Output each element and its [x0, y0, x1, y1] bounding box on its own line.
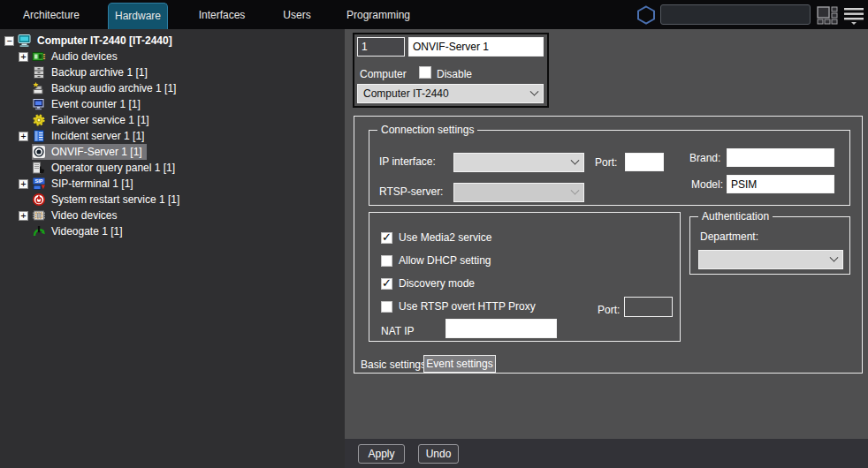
tree-item-system-restart-service[interactable]: System restart service 1 [1] [0, 192, 345, 208]
sip-terminal-icon: SIP [32, 177, 46, 191]
expand-toggle-icon[interactable]: + [19, 179, 28, 189]
proxy-port-input[interactable] [624, 297, 673, 317]
event-counter-icon [32, 97, 46, 111]
ip-interface-label: IP interface: [379, 155, 436, 168]
action-bar: Apply Undo [345, 439, 868, 468]
top-navigation-bar: Architecture Hardware Interfaces Users P… [0, 0, 868, 29]
monitor-grid-icon[interactable] [817, 6, 841, 27]
svg-text:SIP: SIP [34, 178, 42, 184]
expand-toggle-icon[interactable]: + [19, 132, 28, 141]
tree-item-label: Failover service 1 [1] [49, 114, 151, 126]
tree-item-audio-devices[interactable]: + Audio devices [0, 49, 345, 64]
connection-settings-group: Connection settings IP interface: Port: … [369, 130, 850, 206]
tree-item-label: Computer IT-2440 [IT-2440] [35, 34, 174, 47]
tab-hardware[interactable]: Hardware [108, 3, 168, 29]
videogate-icon [32, 224, 46, 238]
tree-item-backup-audio-archive[interactable]: Backup audio archive 1 [1] [0, 80, 345, 96]
tree-item-label: Audio devices [49, 50, 119, 63]
allow-dhcp-label: Allow DHCP setting [399, 254, 491, 267]
failover-service-icon [32, 113, 46, 127]
rtsp-server-label: RTSP-server: [379, 185, 443, 198]
onvif-icon [32, 145, 46, 159]
computer-select-value: Computer IT-2440 [363, 87, 449, 100]
undo-button[interactable]: Undo [418, 444, 459, 464]
backup-archive-icon [32, 65, 46, 79]
ip-interface-select[interactable] [453, 153, 584, 172]
model-input[interactable] [727, 175, 834, 193]
system-restart-icon [32, 192, 46, 207]
computer-label: Computer [360, 68, 407, 80]
authentication-title: Authentication [698, 210, 773, 223]
object-identity-panel: Computer Disable Computer IT-2440 [353, 33, 549, 108]
rtsp-proxy-checkbox[interactable] [381, 301, 392, 313]
brand-label: Brand: [689, 152, 720, 164]
rtsp-proxy-label: Use RTSP overt HTTP Proxy [399, 300, 536, 313]
disable-label: Disable [437, 68, 472, 80]
tree-item-backup-archive[interactable]: Backup archive 1 [1] [0, 64, 345, 80]
incident-server-icon [32, 129, 46, 143]
tree-item-label: Backup audio archive 1 [1] [49, 82, 178, 94]
apply-button[interactable]: Apply [358, 444, 405, 464]
chevron-down-icon [571, 155, 580, 164]
search-input[interactable] [660, 4, 811, 25]
settings-pane: Computer Disable Computer IT-2440 Connec… [345, 29, 868, 439]
chevron-down-icon [830, 253, 839, 261]
authentication-group: Authentication Department: [689, 216, 850, 275]
tree-item-videogate[interactable]: Videogate 1 [1] [0, 223, 345, 239]
department-select[interactable] [698, 250, 843, 269]
backup-audio-archive-icon [32, 81, 46, 95]
allow-dhcp-checkbox[interactable] [381, 255, 392, 267]
tree-item-label: Videogate 1 [1] [49, 225, 125, 238]
tree-item-operator-query-panel[interactable]: Operator query panel 1 [1] [0, 160, 345, 176]
tab-event-settings[interactable]: Event settings [423, 355, 496, 373]
tree-item-incident-server[interactable]: + Incident server 1 [1] [0, 128, 345, 144]
tree-item-event-counter[interactable]: Event counter 1 [1] [0, 96, 345, 112]
settings-tab-panel: Connection settings IP interface: Port: … [354, 116, 863, 374]
operator-query-icon [32, 161, 46, 175]
nat-ip-label: NAT IP [381, 325, 415, 337]
tree-item-computer[interactable]: − Computer IT-2440 [IT-2440] [0, 33, 345, 49]
rtsp-server-select[interactable] [453, 183, 584, 202]
chevron-down-icon [530, 87, 539, 95]
discovery-mode-label: Discovery mode [399, 277, 475, 290]
tree-item-label: Backup archive 1 [1] [49, 66, 149, 79]
video-devices-icon [32, 208, 46, 223]
tree-item-label: Event counter 1 [1] [49, 98, 142, 110]
use-media2-checkbox[interactable] [381, 232, 392, 244]
computer-icon [18, 34, 32, 48]
expand-toggle-icon[interactable]: + [19, 211, 28, 221]
port-input[interactable] [625, 153, 664, 171]
collapse-toggle-icon[interactable]: − [4, 36, 14, 46]
use-media2-label: Use Media2 service [399, 231, 491, 244]
tree-item-label: Video devices [49, 209, 119, 222]
connection-settings-title: Connection settings [377, 124, 477, 136]
tree-item-sip-terminal[interactable]: + SIP SIP-terminal 1 [1] [0, 176, 345, 192]
tab-users[interactable]: Users [270, 3, 324, 29]
tree-item-label: Operator query panel 1 [1] [49, 162, 177, 174]
tree-item-label: ONVIF-Server 1 [1] [49, 146, 144, 158]
hexagon-icon [636, 5, 656, 27]
brand-input[interactable] [727, 148, 834, 167]
device-tree: − Computer IT-2440 [IT-2440] + Audio dev… [0, 29, 345, 468]
tab-interfaces[interactable]: Interfaces [189, 3, 255, 29]
hamburger-menu-icon[interactable] [843, 7, 864, 27]
discovery-mode-checkbox[interactable] [381, 278, 392, 290]
expand-toggle-icon[interactable]: + [19, 52, 28, 62]
application-window: Architecture Hardware Interfaces Users P… [0, 0, 868, 468]
tree-item-failover-service[interactable]: Failover service 1 [1] [0, 112, 345, 128]
object-name-field[interactable] [408, 37, 544, 57]
disable-checkbox[interactable] [419, 66, 431, 79]
proxy-port-label: Port: [598, 304, 620, 316]
chevron-down-icon [571, 185, 580, 194]
tab-basic-settings[interactable]: Basic settings [361, 359, 426, 371]
tab-programming[interactable]: Programming [341, 3, 415, 29]
computer-select[interactable]: Computer IT-2440 [357, 84, 544, 103]
nat-ip-input[interactable] [445, 319, 557, 338]
tree-item-video-devices[interactable]: + Video devices [0, 208, 345, 223]
object-id-field[interactable] [357, 37, 405, 57]
audio-devices-icon [32, 49, 46, 64]
model-label: Model: [691, 178, 723, 191]
tab-architecture[interactable]: Architecture [18, 3, 85, 29]
tree-item-onvif-server[interactable]: ONVIF-Server 1 [1] [0, 144, 345, 160]
port-label: Port: [595, 156, 617, 169]
